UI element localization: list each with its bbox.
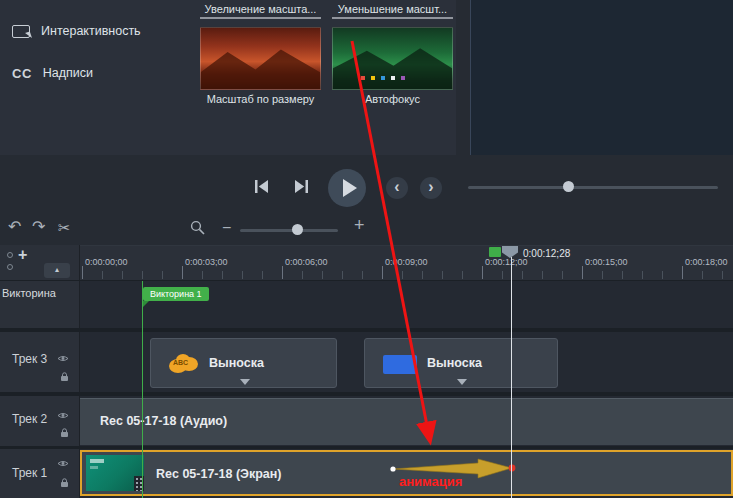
- ruler-label: 0:00:06;00: [285, 257, 328, 267]
- track-visibility-toggle[interactable]: [57, 454, 69, 472]
- add-track-button[interactable]: +: [18, 246, 27, 264]
- gallery-item-scale-label: Масштаб по размеру: [200, 93, 321, 105]
- animation-start-handle: [390, 466, 395, 471]
- mountain-silhouette: [201, 28, 321, 90]
- playhead-line[interactable]: [511, 257, 512, 498]
- previous-frame-button[interactable]: [250, 177, 272, 195]
- ruler-label: 0:00:03;00: [185, 257, 228, 267]
- next-marker-button[interactable]: ›: [420, 177, 442, 199]
- lock-icon: [60, 478, 69, 488]
- callout-clip-2[interactable]: Выноска: [364, 338, 558, 388]
- track-lock-toggle[interactable]: [60, 368, 69, 386]
- quiz-marker-flag[interactable]: Викторина 1: [143, 287, 209, 301]
- gallery-thumbnail-scale-to-fit[interactable]: [200, 27, 321, 90]
- sidebar-item-captions[interactable]: CC Надписи: [12, 63, 93, 83]
- track-lock-toggle[interactable]: [60, 424, 69, 442]
- divider: [200, 17, 321, 19]
- seek-slider-thumb[interactable]: [563, 181, 574, 192]
- desktop-icon: [361, 76, 365, 80]
- captions-icon: CC: [12, 66, 32, 81]
- preview-canvas: [470, 0, 733, 155]
- gallery-thumbnail-autofocus[interactable]: [332, 27, 453, 90]
- zoom-slider-track[interactable]: [240, 229, 338, 232]
- next-frame-button[interactable]: [290, 177, 312, 195]
- clip-label: Rec 05-17-18 (Экран): [156, 467, 282, 481]
- ruler-label: 0:00:09;00: [385, 257, 428, 267]
- sidebar-item-label: Интерактивность: [41, 24, 141, 38]
- previous-frame-icon: [253, 179, 270, 194]
- divider: [0, 392, 733, 396]
- track-name: Трек 3: [12, 352, 47, 366]
- playhead-in-marker[interactable]: [489, 247, 501, 257]
- track-option-icon[interactable]: [7, 252, 13, 258]
- ruler-label: 0:00:18;00: [685, 257, 728, 267]
- track-lock-toggle[interactable]: [60, 474, 69, 492]
- previous-marker-button[interactable]: ‹: [386, 177, 408, 199]
- magnifier-icon: [190, 220, 206, 236]
- lock-icon: [60, 372, 69, 382]
- animation-end-handle: [509, 465, 516, 472]
- eye-icon: [57, 459, 69, 468]
- desktop-icon: [381, 76, 385, 80]
- collapse-tracks-button[interactable]: ▴: [44, 263, 70, 278]
- clip-properties-arrow-icon[interactable]: [240, 379, 250, 385]
- track-option-icon[interactable]: [7, 264, 13, 270]
- sidebar-item-interactivity[interactable]: Интерактивность: [12, 21, 141, 41]
- divider: [0, 280, 733, 281]
- track-name: Трек 1: [12, 466, 47, 480]
- clip-properties-arrow-icon[interactable]: [457, 379, 467, 385]
- ruler-major-ticks: [82, 266, 733, 279]
- eye-icon: [57, 354, 69, 363]
- cut-button[interactable]: ✂: [58, 220, 71, 236]
- video-editor-window: Интерактивность CC Надписи Увеличение ма…: [0, 0, 733, 498]
- divider: [332, 17, 453, 19]
- animations-gallery: Увеличение масшта... Масштаб по размеру …: [186, 0, 456, 155]
- interactivity-icon: [12, 25, 30, 38]
- clip-label: Rec 05-17-18 (Аудио): [100, 414, 227, 428]
- zoom-tool: [190, 220, 206, 236]
- ruler-label: 0:00:15;00: [585, 257, 628, 267]
- quiz-marker-pointer: [143, 301, 149, 307]
- clip-label: Выноска: [427, 356, 482, 370]
- callout-rectangle-icon: [383, 355, 417, 374]
- gallery-item-zoom-in-label[interactable]: Увеличение масшта...: [200, 3, 321, 15]
- playhead-time: 0:00:12;28: [523, 248, 570, 259]
- zoom-in-button[interactable]: +: [354, 217, 365, 233]
- lock-icon: [60, 428, 69, 438]
- track-visibility-toggle[interactable]: [57, 406, 69, 424]
- ruler-label: 0:00:12;00: [485, 257, 528, 267]
- gallery-item-zoom-out-label[interactable]: Уменьшение масшт...: [332, 3, 453, 15]
- zoom-out-button[interactable]: −: [222, 220, 231, 236]
- audio-clip[interactable]: Rec 05-17-18 (Аудио): [80, 398, 733, 445]
- track-visibility-toggle[interactable]: [57, 349, 69, 367]
- callout-icon-text: ABC: [173, 359, 188, 366]
- track-name: Трек 2: [12, 412, 47, 426]
- redo-button[interactable]: ↷: [32, 219, 45, 235]
- clip-label: Выноска: [209, 356, 264, 370]
- ruler-label: 0:00:00;00: [85, 257, 128, 267]
- zoom-slider-thumb[interactable]: [292, 224, 303, 235]
- thumbnail-detail: [90, 459, 104, 463]
- gallery-item-autofocus-label: Автофокус: [332, 93, 453, 105]
- sidebar-item-label: Надписи: [43, 66, 93, 80]
- thumbnail-detail: [90, 466, 98, 469]
- annotation-text: анимация: [399, 474, 462, 489]
- desktop-icon: [391, 76, 395, 80]
- divider: [0, 328, 733, 332]
- callout-clip-1[interactable]: ABC Выноска: [150, 338, 337, 388]
- play-button[interactable]: [328, 169, 366, 207]
- eye-icon: [57, 411, 69, 420]
- undo-button[interactable]: ↶: [8, 219, 21, 235]
- next-frame-icon: [293, 179, 310, 194]
- desktop-icon: [401, 76, 405, 80]
- mountain-silhouette: [333, 28, 453, 90]
- seek-slider-track[interactable]: [468, 186, 718, 189]
- quiz-lane-label: Викторина: [2, 287, 56, 299]
- quiz-marker-line: [142, 281, 143, 498]
- divider: [0, 446, 733, 449]
- desktop-icon: [371, 76, 375, 80]
- tools-sidebar: Интерактивность CC Надписи: [0, 0, 186, 155]
